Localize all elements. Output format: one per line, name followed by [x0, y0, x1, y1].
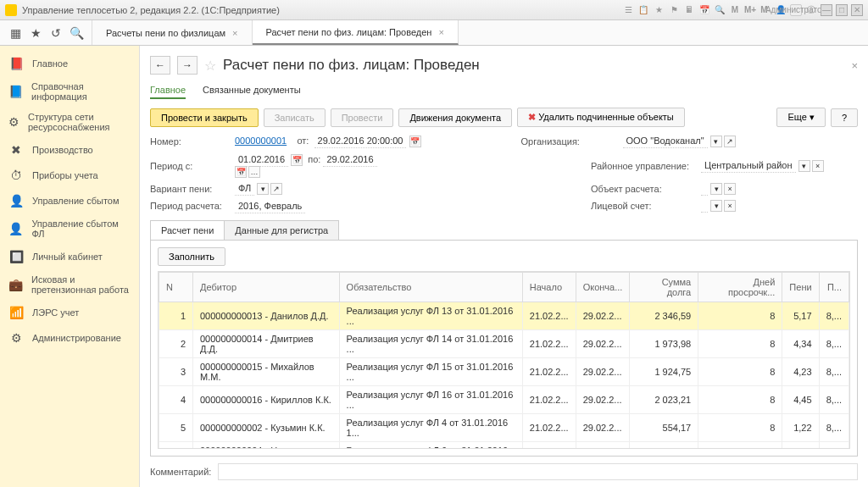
tab-calculations-list[interactable]: Расчеты пени по физлицам ×	[92, 20, 253, 45]
subtab-linked-docs[interactable]: Связанные документы	[203, 85, 301, 99]
tool-icon[interactable]: 📋	[637, 4, 649, 16]
dropdown-icon[interactable]: ▾	[798, 160, 810, 172]
sidebar-item-main[interactable]: 📕Главное	[0, 51, 139, 76]
minimize-button[interactable]: —	[821, 4, 832, 16]
sidebar-item-admin[interactable]: ⚙Администрирование	[0, 325, 139, 351]
account-field[interactable]	[701, 198, 708, 213]
history-icon[interactable]: ↺	[46, 23, 66, 43]
tool-icon[interactable]: ★	[653, 4, 665, 16]
help-button[interactable]: ?	[831, 108, 858, 127]
table-cell: 5	[159, 414, 193, 442]
apps-icon[interactable]: ▦	[5, 23, 25, 43]
tool-icon[interactable]: 🔍	[714, 4, 726, 16]
mini-tab-calculation[interactable]: Расчет пени	[150, 220, 225, 240]
table-row[interactable]: 6000000000004 - Николаев Н.Н.Реализация …	[159, 442, 849, 450]
m-plus-indicator[interactable]: M+	[744, 4, 756, 16]
fill-button[interactable]: Заполнить	[158, 247, 225, 266]
sidebar-item-production[interactable]: ✖Производство	[0, 137, 139, 163]
column-header[interactable]: Дебитор	[193, 273, 340, 302]
column-header[interactable]: Оконча...	[576, 273, 630, 302]
tool-icon[interactable]: ⚑	[668, 4, 680, 16]
search-icon[interactable]: 🔍	[66, 23, 86, 43]
post-button[interactable]: Провести	[331, 108, 394, 127]
column-header[interactable]: Обязательство	[339, 273, 522, 302]
column-header[interactable]: П...	[819, 273, 849, 302]
post-and-close-button[interactable]: Провести и закрыть	[150, 108, 259, 127]
variant-field[interactable]: ФЛ	[235, 181, 254, 196]
more-button[interactable]: Еще ▾	[776, 108, 825, 127]
table-row[interactable]: 4000000000016 - Кириллов К.К.Реализация …	[159, 386, 849, 414]
close-icon[interactable]: ×	[851, 59, 858, 72]
sidebar-item-sales-fl[interactable]: 👤Управление сбытом ФЛ	[0, 213, 139, 244]
open-icon[interactable]: ↗	[724, 136, 736, 147]
calendar-icon[interactable]: 📅	[291, 154, 303, 166]
period-from-field[interactable]: 01.02.2016	[235, 152, 288, 167]
table-cell: 000000000014 - Дмитриев Д.Д.	[193, 330, 340, 358]
column-header[interactable]: N	[159, 273, 193, 302]
favorite-icon[interactable]: ★	[25, 23, 46, 43]
subtab-main[interactable]: Главное	[150, 85, 186, 99]
calendar-icon[interactable]: 📅	[409, 136, 421, 147]
calc-period-field[interactable]: 2016, Февраль	[235, 199, 305, 213]
clear-icon[interactable]: ×	[724, 200, 736, 212]
sidebar-item-reference[interactable]: 📘Справочная информация	[0, 76, 139, 107]
close-button[interactable]: ✕	[851, 4, 863, 16]
dropdown-icon[interactable]: ▾	[710, 183, 722, 195]
calculation-table[interactable]: NДебиторОбязательствоНачалоОконча...Сумм…	[158, 271, 850, 449]
back-button[interactable]: ←	[150, 56, 170, 75]
favorite-star-icon[interactable]: ☆	[204, 58, 216, 74]
structure-icon: ⚙	[8, 114, 19, 130]
table-cell: Реализация услуг ФЛ 15 от 31.01.2016 ...	[339, 358, 522, 386]
tool-icon[interactable]: 📅	[698, 4, 710, 16]
table-row[interactable]: 1000000000013 - Данилов Д.Д.Реализация у…	[159, 302, 849, 330]
column-header[interactable]: Начало	[522, 273, 576, 302]
calendar-icon[interactable]: 📅	[235, 166, 247, 178]
sidebar-item-meters[interactable]: ⏱Приборы учета	[0, 163, 139, 188]
sidebar-item-network[interactable]: ⚙Структура сети ресурсоснабжения	[0, 107, 139, 137]
table-cell: 4,23	[782, 358, 819, 386]
sidebar-item-sales[interactable]: 👤Управление сбытом	[0, 188, 139, 213]
column-header[interactable]: Дней просрочк...	[698, 273, 782, 302]
sidebar-item-lers[interactable]: 📶ЛЭРС учет	[0, 300, 139, 325]
dropdown-icon[interactable]: ▾	[257, 183, 269, 195]
close-icon[interactable]: ×	[232, 28, 237, 38]
table-row[interactable]: 5000000000002 - Кузьмин К.К.Реализация у…	[159, 414, 849, 442]
maximize-button[interactable]: □	[836, 4, 848, 16]
forward-button[interactable]: →	[177, 56, 198, 75]
comment-input[interactable]	[218, 463, 858, 480]
save-button[interactable]: Записать	[264, 108, 326, 127]
dropdown-icon[interactable]: ▾	[710, 136, 722, 147]
table-row[interactable]: 3000000000015 - Михайлов М.М.Реализация …	[159, 358, 849, 386]
table-row[interactable]: 2000000000014 - Дмитриев Д.Д.Реализация …	[159, 330, 849, 358]
mini-tab-register-data[interactable]: Данные для регистра	[224, 220, 339, 240]
sidebar-item-claims[interactable]: 💼Исковая и претензионная работа	[0, 269, 139, 300]
district-field[interactable]: Центральный район	[701, 158, 796, 173]
date-field[interactable]: 29.02.2016 20:00:00	[314, 134, 407, 148]
period-picker-icon[interactable]: …	[248, 166, 260, 178]
open-icon[interactable]: ↗	[270, 183, 282, 195]
movements-button[interactable]: Движения документа	[398, 108, 512, 127]
tool-icon[interactable]: 🖩	[683, 4, 695, 16]
dropdown-icon[interactable]: ▾	[710, 200, 722, 212]
clear-icon[interactable]: ×	[812, 160, 824, 172]
table-cell: 4,34	[782, 330, 819, 358]
close-icon[interactable]: ×	[438, 27, 443, 37]
period-to-field[interactable]: 29.02.2016	[323, 152, 376, 167]
number-value[interactable]: 0000000001	[235, 136, 287, 146]
tool-icon[interactable]: ☰	[622, 4, 634, 16]
sidebar-item-cabinet[interactable]: 🔲Личный кабинет	[0, 244, 139, 269]
m-indicator[interactable]: M	[729, 4, 741, 16]
from-label: от:	[297, 136, 309, 146]
column-header[interactable]: Пени	[782, 273, 819, 302]
table-cell: 29.02.2...	[576, 414, 630, 442]
table-cell: 1 869,30	[630, 442, 698, 450]
delete-subordinate-button[interactable]: ✖ Удалить подчиненные объекты	[517, 108, 685, 127]
organization-field[interactable]: ООО "Водоканал"	[623, 134, 708, 148]
user-label[interactable]: Администратор	[790, 4, 802, 16]
object-field[interactable]	[701, 181, 708, 196]
tab-calculation-doc[interactable]: Расчет пени по физ. лицам: Проведен ×	[253, 20, 459, 45]
clear-icon[interactable]: ×	[724, 183, 736, 195]
person-icon: 👤	[8, 221, 23, 236]
info-icon[interactable]: ⓘ	[805, 4, 817, 16]
column-header[interactable]: Сумма долга	[630, 273, 698, 302]
